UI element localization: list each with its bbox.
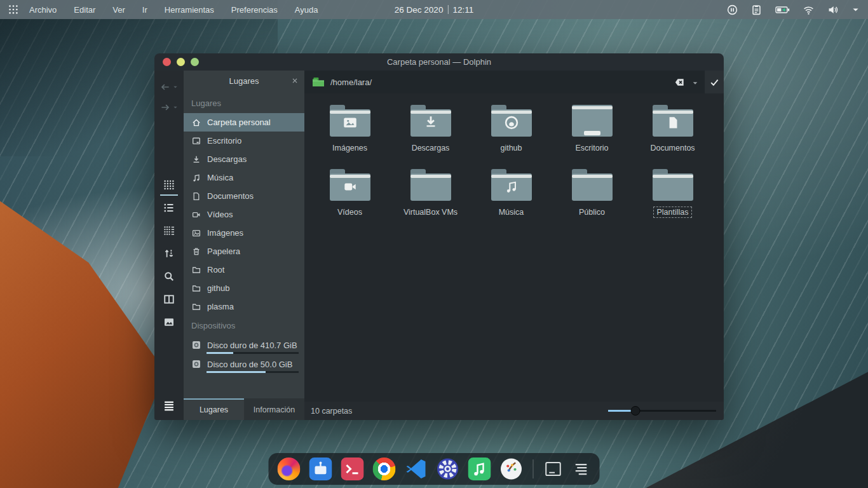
tab-lugares[interactable]: Lugares [184, 398, 244, 420]
menu-archivo[interactable]: Archivo [29, 5, 57, 15]
split-view-button[interactable] [163, 293, 175, 306]
folder-icon [653, 169, 693, 201]
menu-preferencias[interactable]: Preferencias [231, 5, 278, 15]
sidebar-item-label: github [207, 283, 229, 293]
firefox-dock-icon[interactable] [278, 458, 301, 480]
window-dock-icon[interactable] [544, 459, 563, 478]
folder-virtualbox-vms[interactable]: VirtualBox VMs [393, 169, 469, 218]
drive-icon [191, 340, 201, 350]
folder-m-sica[interactable]: Música [473, 169, 550, 218]
toolbar-strip [154, 71, 184, 420]
folder-escritorio[interactable]: Escritorio [554, 105, 630, 154]
tab-informacion[interactable]: Información [244, 398, 304, 420]
preview-button[interactable] [163, 316, 175, 329]
sidebar-item-im-genes[interactable]: Imágenes [184, 224, 304, 242]
wifi-icon[interactable] [803, 4, 815, 16]
sort-button[interactable] [163, 247, 175, 260]
sidebar-item-escritorio[interactable]: Escritorio [184, 132, 304, 150]
folder-documentos[interactable]: Documentos [635, 105, 711, 154]
close-panel-icon[interactable] [290, 76, 299, 85]
folder-github[interactable]: github [473, 105, 550, 154]
store-dock-icon[interactable] [309, 458, 332, 480]
volume-icon[interactable] [827, 4, 839, 16]
terminal-dock-icon[interactable] [341, 458, 364, 480]
folder-p-blico[interactable]: Público [554, 169, 630, 218]
section-label-dispositivos: Dispositivos [184, 316, 304, 336]
sidebar-item-root[interactable]: Root [184, 261, 304, 279]
sidebar-item-documentos[interactable]: Documentos [184, 187, 304, 205]
forward-button[interactable] [159, 102, 171, 113]
zoom-slider[interactable] [608, 406, 716, 416]
sidebar-item-papelera[interactable]: Papelera [184, 242, 304, 261]
folder-descargas[interactable]: Descargas [393, 105, 469, 154]
titlebar[interactable]: Carpeta personal — Dolphin [154, 53, 724, 71]
folder-icon [410, 105, 451, 137]
global-menubar: ArchivoEditarVerIrHerramientasPreferenci… [0, 0, 868, 19]
settings-dock-icon[interactable] [437, 458, 459, 480]
back-history-caret-icon[interactable] [172, 84, 179, 90]
folder-view[interactable]: ImágenesDescargasgithubEscritorioDocumen… [304, 93, 724, 402]
sidebar-item-carpeta-personal[interactable]: Carpeta personal [184, 113, 304, 132]
dock-extras [544, 459, 591, 478]
sidebar-item-v-deos[interactable]: Vídeos [184, 205, 304, 224]
folder-im-genes[interactable]: Imágenes [312, 105, 388, 154]
search-button[interactable] [163, 270, 175, 283]
image-emblem-icon [342, 114, 358, 131]
window-title: Carpeta personal — Dolphin [154, 57, 724, 67]
folder-label: VirtualBox VMs [400, 207, 461, 218]
folder-icon [491, 169, 532, 201]
vscode-dock-icon[interactable] [405, 458, 428, 480]
sidebar-item-label: plasma [207, 302, 234, 311]
folder-v-deos[interactable]: Vídeos [312, 169, 388, 218]
tasklist-dock-icon[interactable] [572, 459, 591, 478]
sidebar-item-label: Escritorio [207, 136, 241, 146]
accept-location-button[interactable] [705, 71, 724, 93]
path-text[interactable]: /home/lara/ [330, 78, 674, 87]
sidebar-item-m-sica[interactable]: Música [184, 168, 304, 187]
zoom-slider-handle[interactable] [630, 406, 640, 416]
dock-separator [533, 459, 534, 478]
location-bar[interactable]: /home/lara/ [304, 71, 724, 93]
menu-ver[interactable]: Ver [112, 5, 125, 15]
menu-editar[interactable]: Editar [74, 5, 95, 15]
menu-ayuda[interactable]: Ayuda [295, 5, 318, 15]
close-window-button[interactable] [163, 58, 171, 66]
chrome-dock-icon[interactable] [373, 458, 396, 480]
hamburger-menu-button[interactable] [162, 398, 176, 412]
sidebar-item-github[interactable]: github [184, 279, 304, 297]
folder-icon [191, 265, 201, 275]
status-text: 10 carpetas [311, 407, 608, 416]
compact-view-button[interactable] [163, 224, 175, 237]
app-launcher-icon[interactable] [8, 4, 19, 15]
list-view-button[interactable] [163, 201, 175, 214]
sidebar-item-label: Papelera [207, 247, 240, 256]
home-icon [191, 118, 201, 128]
clock[interactable]: 26 Dec 2020 12:11 [395, 5, 473, 15]
forward-history-caret-icon[interactable] [172, 104, 179, 111]
folder-icon [572, 169, 613, 201]
sidebar-item-plasma[interactable]: plasma [184, 297, 304, 316]
maximize-window-button[interactable] [191, 58, 199, 66]
sidebar-item-disco-duro-de-410-7-gib[interactable]: Disco duro de 410.7 GiB [184, 336, 304, 355]
clipboard-icon[interactable] [750, 4, 763, 16]
grid-view-button[interactable] [163, 179, 175, 191]
sidebar-item-disco-duro-de-50-0-gib[interactable]: Disco duro de 50.0 GiB [184, 355, 304, 374]
folder-plantillas[interactable]: Plantillas [635, 169, 711, 218]
back-button[interactable] [159, 81, 171, 93]
menu-ir[interactable]: Ir [142, 5, 147, 15]
pause-icon[interactable] [726, 4, 738, 16]
caret-down-icon[interactable] [851, 4, 860, 16]
folder-label: Documentos [647, 142, 698, 154]
menu-herramientas[interactable]: Herramientas [165, 5, 214, 15]
sidebar-item-label: Disco duro de 410.7 GiB [207, 341, 297, 350]
battery-icon[interactable] [775, 4, 790, 16]
minimize-window-button[interactable] [177, 58, 185, 66]
sidebar-item-descargas[interactable]: Descargas [184, 150, 304, 168]
document-icon [191, 191, 201, 201]
menubar-menus: ArchivoEditarVerIrHerramientasPreferenci… [29, 5, 318, 15]
paint-dock-icon[interactable] [500, 458, 523, 480]
music-dock-icon[interactable] [468, 458, 491, 480]
path-dropdown-icon[interactable] [691, 78, 699, 86]
download-emblem-icon [423, 114, 439, 131]
clear-path-icon[interactable] [674, 76, 686, 88]
